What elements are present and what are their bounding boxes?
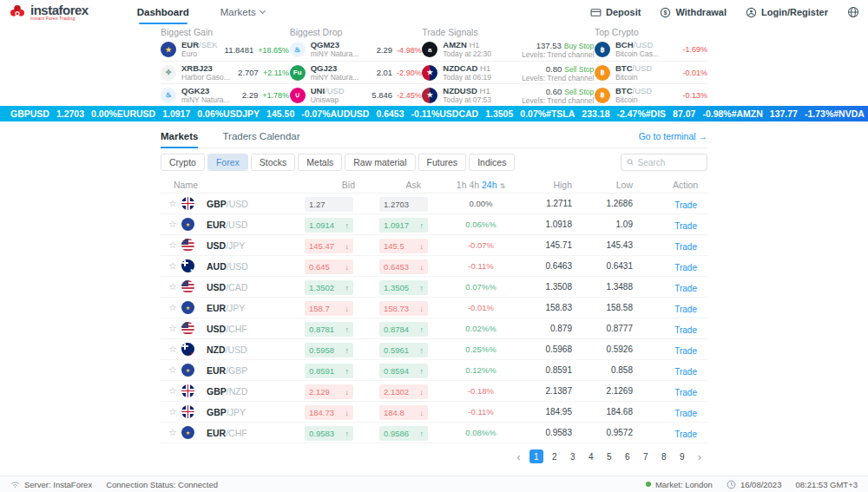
crypto-list-item[interactable]: ฿ BTC/USD Bitcoin -0.01% [595,61,707,83]
trade-link[interactable]: Trade [674,242,697,252]
favorite-star-icon[interactable]: ☆ [161,385,181,397]
ask-price-button[interactable]: 0.8594↑ [379,364,428,378]
next-page-icon[interactable]: › [694,450,706,463]
deposit-button[interactable]: Deposit [590,7,641,18]
ticker-item[interactable]: #AMZN 137.77 -1.73% [732,108,834,119]
nav-markets[interactable]: Markets [220,0,265,24]
signal-list-item[interactable]: ★ NZDCAD H1 Today at 06:19 0.80Sell Stop… [422,61,594,83]
ask-price-button[interactable]: 184.8↓ [379,405,428,420]
trade-link[interactable]: Trade [674,305,697,314]
bid-price-button[interactable]: 1.0914↑ [305,218,353,233]
page-button[interactable]: 3 [566,449,580,463]
ticker-item[interactable]: #DIS 87.07 -0.98% [646,108,732,119]
favorite-star-icon[interactable]: ☆ [161,239,181,251]
search-input[interactable] [638,158,701,167]
trade-link[interactable]: Trade [674,200,697,210]
sort-icon[interactable]: ⇅ [499,182,505,190]
trade-link[interactable]: Trade [674,325,697,335]
bid-price-button[interactable]: 1.3502↑ [305,280,353,295]
ask-price-button[interactable]: 1.0917↑ [379,218,428,233]
trade-link[interactable]: Trade [674,346,697,356]
favorite-star-icon[interactable]: ☆ [161,219,181,230]
page-button[interactable]: 8 [657,449,671,463]
crypto-list-item[interactable]: ฿ BTC/USD Bitcoin -0.13% [595,83,707,106]
favorite-star-icon[interactable]: ☆ [161,302,181,313]
bid-price-button[interactable]: 2.129↓ [305,384,353,399]
favorite-star-icon[interactable]: ☆ [161,406,181,417]
page-button[interactable]: 1 [529,449,543,463]
language-selector[interactable] [847,6,859,18]
timeframe-4h[interactable]: 4h [469,180,479,190]
tab-markets[interactable]: Markets [161,124,198,148]
page-button[interactable]: 7 [639,449,653,463]
gain-list-item[interactable]: ★ EUR/SEK Euro 11.8481 +18.65% [161,38,289,61]
page-button[interactable]: 6 [621,449,635,463]
favorite-star-icon[interactable]: ☆ [161,364,181,376]
crypto-list-item[interactable]: ฿ BCH/USD Bitcoin Cas... -1.69% [595,38,707,61]
drop-list-item[interactable]: ♨ QGM23 miNY Natura... 2.29 -4.98% [290,38,422,61]
trade-link[interactable]: Trade [674,221,697,231]
bid-price-button[interactable]: 0.8781↑ [305,322,353,337]
favorite-star-icon[interactable]: ☆ [161,323,181,334]
bid-price-button[interactable]: 184.73↓ [305,405,353,420]
filter-chip[interactable]: Indices [469,154,515,171]
tab-traders-calendar[interactable]: Traders Calendar [222,124,299,148]
ticker-item[interactable]: GBPUSD 1.2703 0.00% [10,108,117,119]
gain-list-item[interactable]: ♨ QGK23 miNY Natura... 2.29 +1.78% [161,83,289,106]
timeframe-24h[interactable]: 24h [482,180,497,190]
filter-chip[interactable]: Raw material [345,154,415,171]
ask-price-button[interactable]: 0.6453↓ [379,259,428,274]
gain-list-item[interactable]: ✤ XRBJ23 Harbor Gaso... 2.707 +2.11% [161,61,289,83]
bid-price-button[interactable]: 0.8591↑ [305,364,353,378]
previous-page-icon[interactable]: ‹ [512,450,524,463]
ask-price-button[interactable]: 0.5961↑ [379,343,428,358]
filter-chip[interactable]: Metals [298,154,342,171]
favorite-star-icon[interactable]: ☆ [161,427,181,438]
ticker-item[interactable]: #NVDA 439.47 -1.48% [833,108,868,119]
page-button[interactable]: 9 [675,449,689,463]
ticker-item[interactable]: USDJPY 145.50 -0.07% [223,108,330,119]
ask-price-button[interactable]: 2.1302↓ [379,384,428,399]
ticker-item[interactable]: EURUSD 1.0917 0.06% [117,108,223,119]
drop-list-item[interactable]: ∪ UNI/USD Uniswap 5.846 -2.45% [290,83,422,106]
bid-price-button[interactable]: 145.47↓ [305,239,353,253]
login-register-button[interactable]: Login/Register [746,7,828,18]
signal-list-item[interactable]: a AMZN H1 Today at 22:30 137.53Buy Stop … [422,38,594,61]
ticker-item[interactable]: USDCAD 1.3505 0.07% [439,108,546,119]
trade-link[interactable]: Trade [674,367,697,377]
timeframe-1h[interactable]: 1h [457,180,467,190]
ticker-item[interactable]: #TSLA 233.18 -2.47% [546,108,646,119]
filter-chip[interactable]: Crypto [161,154,205,171]
trade-link[interactable]: Trade [674,263,697,272]
bid-price-button[interactable]: 1.27 [305,197,353,212]
search-box[interactable] [621,154,707,171]
filter-chip[interactable]: Stocks [251,154,296,171]
favorite-star-icon[interactable]: ☆ [161,198,181,209]
trade-link[interactable]: Trade [674,284,697,293]
page-button[interactable]: 4 [584,449,598,463]
filter-chip[interactable]: Forex [207,154,248,171]
drop-list-item[interactable]: Fu QGJ23 miNY Natura... 2.01 -2.90% [290,61,422,83]
trade-link[interactable]: Trade [674,388,697,397]
page-button[interactable]: 5 [602,449,616,463]
ask-price-button[interactable]: 1.2703 [379,197,428,212]
favorite-star-icon[interactable]: ☆ [161,260,181,272]
filter-chip[interactable]: Futures [418,154,467,171]
favorite-star-icon[interactable]: ☆ [161,344,181,355]
ask-price-button[interactable]: 0.8784↑ [379,322,428,337]
ask-price-button[interactable]: 158.73↓ [379,301,428,316]
ask-price-button[interactable]: 145.5↓ [379,239,428,253]
go-to-terminal-link[interactable]: Go to terminal → [639,131,707,141]
bid-price-button[interactable]: 0.9583↑ [305,426,353,441]
trade-link[interactable]: Trade [674,430,697,439]
bid-price-button[interactable]: 0.5958↑ [305,343,353,358]
ticker-item[interactable]: AUDUSD 0.6453 -0.11% [331,108,440,119]
signal-list-item[interactable]: ★ NZDUSD H1 Today at 07:53 0.60Sell Stop… [422,83,594,106]
page-button[interactable]: 2 [548,449,562,463]
ask-price-button[interactable]: 0.9586↑ [379,426,428,441]
nav-dashboard[interactable]: Dashboard [137,0,189,24]
instaforex-logo[interactable]: instaforex Instant Forex Trading [9,3,89,21]
column-header-change[interactable]: 1h 4h 24h ⇅ [456,180,525,190]
trade-link[interactable]: Trade [674,409,697,418]
bid-price-button[interactable]: 0.645↓ [305,259,353,274]
